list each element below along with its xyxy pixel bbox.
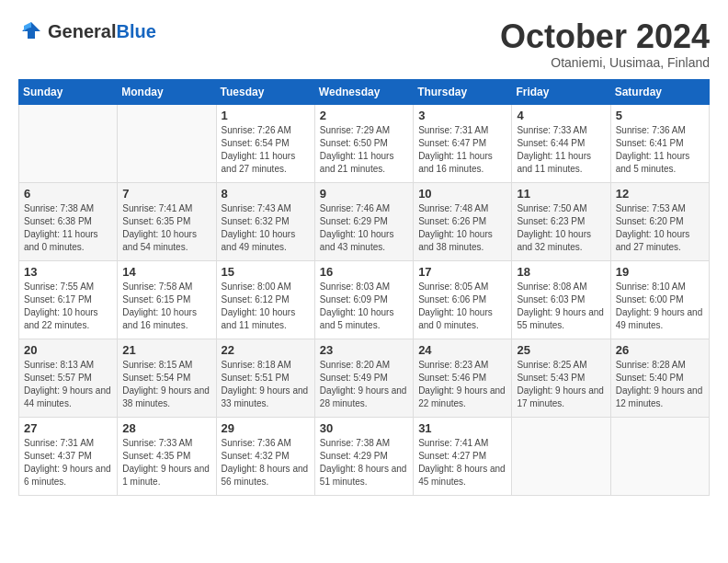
day-info: Sunrise: 7:36 AMSunset: 6:41 PMDaylight:… [616,124,704,176]
header-wednesday: Wednesday [314,79,413,104]
day-number: 16 [320,265,408,279]
day-info: Sunrise: 7:58 AMSunset: 6:15 PMDaylight:… [122,281,210,332]
day-info: Sunrise: 8:08 AMSunset: 6:03 PMDaylight:… [517,281,605,332]
table-row: 26Sunrise: 8:28 AMSunset: 5:40 PMDayligh… [610,339,709,417]
day-info: Sunrise: 7:43 AMSunset: 6:32 PMDaylight:… [222,202,310,254]
day-number: 23 [320,343,408,357]
table-row: 22Sunrise: 8:18 AMSunset: 5:51 PMDayligh… [216,339,314,417]
title-block: October 2024 Otaniemi, Uusimaa, Finland [500,18,710,70]
table-row [512,417,610,495]
day-info: Sunrise: 7:41 AMSunset: 4:27 PMDaylight:… [418,437,506,488]
day-number: 29 [222,421,310,435]
table-row: 17Sunrise: 8:05 AMSunset: 6:06 PMDayligh… [414,260,512,339]
day-info: Sunrise: 7:38 AMSunset: 6:38 PMDaylight:… [24,202,112,254]
day-info: Sunrise: 8:18 AMSunset: 5:51 PMDaylight:… [222,359,310,410]
day-info: Sunrise: 7:31 AMSunset: 4:37 PMDaylight:… [24,437,112,488]
table-row: 4Sunrise: 7:33 AMSunset: 6:44 PMDaylight… [512,104,610,182]
table-row: 12Sunrise: 7:53 AMSunset: 6:20 PMDayligh… [610,182,709,260]
table-row: 7Sunrise: 7:41 AMSunset: 6:35 PMDaylight… [118,182,216,260]
calendar-week-row: 27Sunrise: 7:31 AMSunset: 4:37 PMDayligh… [19,417,710,495]
table-row: 31Sunrise: 7:41 AMSunset: 4:27 PMDayligh… [414,417,512,495]
day-number: 13 [24,265,112,279]
day-info: Sunrise: 7:41 AMSunset: 6:35 PMDaylight:… [122,202,210,254]
table-row: 23Sunrise: 8:20 AMSunset: 5:49 PMDayligh… [314,339,413,417]
month-title: October 2024 [500,18,710,55]
day-info: Sunrise: 7:26 AMSunset: 6:54 PMDaylight:… [222,124,310,176]
table-row: 13Sunrise: 7:55 AMSunset: 6:17 PMDayligh… [19,260,118,339]
day-info: Sunrise: 8:05 AMSunset: 6:06 PMDaylight:… [418,281,506,332]
table-row [118,104,216,182]
table-row: 15Sunrise: 8:00 AMSunset: 6:12 PMDayligh… [216,260,314,339]
day-info: Sunrise: 7:38 AMSunset: 4:29 PMDaylight:… [320,437,408,488]
day-number: 19 [616,265,704,279]
table-row: 5Sunrise: 7:36 AMSunset: 6:41 PMDaylight… [610,104,709,182]
day-number: 15 [222,265,310,279]
calendar-header-row: Sunday Monday Tuesday Wednesday Thursday… [19,79,710,104]
table-row: 21Sunrise: 8:15 AMSunset: 5:54 PMDayligh… [118,339,216,417]
header-sunday: Sunday [19,79,118,104]
calendar-week-row: 1Sunrise: 7:26 AMSunset: 6:54 PMDaylight… [19,104,710,182]
day-info: Sunrise: 8:03 AMSunset: 6:09 PMDaylight:… [320,281,408,332]
table-row [610,417,709,495]
table-row: 16Sunrise: 8:03 AMSunset: 6:09 PMDayligh… [314,260,413,339]
day-number: 24 [418,343,506,357]
table-row: 18Sunrise: 8:08 AMSunset: 6:03 PMDayligh… [512,260,610,339]
table-row: 2Sunrise: 7:29 AMSunset: 6:50 PMDaylight… [314,104,413,182]
day-number: 3 [418,109,506,122]
header-tuesday: Tuesday [216,79,314,104]
table-row: 3Sunrise: 7:31 AMSunset: 6:47 PMDaylight… [414,104,512,182]
table-row [19,104,118,182]
day-info: Sunrise: 7:48 AMSunset: 6:26 PMDaylight:… [418,202,506,254]
day-info: Sunrise: 8:28 AMSunset: 5:40 PMDaylight:… [616,359,704,410]
day-number: 4 [517,109,605,122]
table-row: 27Sunrise: 7:31 AMSunset: 4:37 PMDayligh… [19,417,118,495]
day-number: 31 [418,421,506,435]
calendar-week-row: 6Sunrise: 7:38 AMSunset: 6:38 PMDaylight… [19,182,710,260]
day-info: Sunrise: 8:00 AMSunset: 6:12 PMDaylight:… [222,281,310,332]
day-number: 21 [122,343,210,357]
day-number: 25 [517,343,605,357]
day-info: Sunrise: 7:55 AMSunset: 6:17 PMDaylight:… [24,281,112,332]
day-number: 8 [222,187,310,201]
table-row: 1Sunrise: 7:26 AMSunset: 6:54 PMDaylight… [216,104,314,182]
table-row: 20Sunrise: 8:13 AMSunset: 5:57 PMDayligh… [19,339,118,417]
day-info: Sunrise: 8:23 AMSunset: 5:46 PMDaylight:… [418,359,506,410]
location-subtitle: Otaniemi, Uusimaa, Finland [500,55,710,70]
day-number: 12 [616,187,704,201]
table-row: 8Sunrise: 7:43 AMSunset: 6:32 PMDaylight… [216,182,314,260]
day-number: 26 [616,343,704,357]
page-header: GeneralBlue October 2024 Otaniemi, Uusim… [18,18,710,70]
day-info: Sunrise: 7:33 AMSunset: 4:35 PMDaylight:… [122,437,210,488]
table-row: 11Sunrise: 7:50 AMSunset: 6:23 PMDayligh… [512,182,610,260]
day-info: Sunrise: 7:46 AMSunset: 6:29 PMDaylight:… [320,202,408,254]
day-number: 28 [122,421,210,435]
table-row: 29Sunrise: 7:36 AMSunset: 4:32 PMDayligh… [216,417,314,495]
calendar-week-row: 13Sunrise: 7:55 AMSunset: 6:17 PMDayligh… [19,260,710,339]
day-number: 2 [320,109,408,122]
day-number: 27 [24,421,112,435]
header-monday: Monday [118,79,216,104]
day-number: 1 [222,109,310,122]
header-saturday: Saturday [610,79,709,104]
table-row: 24Sunrise: 8:23 AMSunset: 5:46 PMDayligh… [414,339,512,417]
day-info: Sunrise: 7:36 AMSunset: 4:32 PMDaylight:… [222,437,310,488]
table-row: 10Sunrise: 7:48 AMSunset: 6:26 PMDayligh… [414,182,512,260]
day-number: 17 [418,265,506,279]
day-info: Sunrise: 7:53 AMSunset: 6:20 PMDaylight:… [616,202,704,254]
table-row: 30Sunrise: 7:38 AMSunset: 4:29 PMDayligh… [314,417,413,495]
day-number: 11 [517,187,605,201]
day-info: Sunrise: 8:15 AMSunset: 5:54 PMDaylight:… [122,359,210,410]
day-number: 7 [122,187,210,201]
table-row: 14Sunrise: 7:58 AMSunset: 6:15 PMDayligh… [118,260,216,339]
day-info: Sunrise: 8:13 AMSunset: 5:57 PMDaylight:… [24,359,112,410]
day-info: Sunrise: 7:31 AMSunset: 6:47 PMDaylight:… [418,124,506,176]
day-info: Sunrise: 7:33 AMSunset: 6:44 PMDaylight:… [517,124,605,176]
header-thursday: Thursday [414,79,512,104]
table-row: 19Sunrise: 8:10 AMSunset: 6:00 PMDayligh… [610,260,709,339]
day-number: 18 [517,265,605,279]
table-row: 25Sunrise: 8:25 AMSunset: 5:43 PMDayligh… [512,339,610,417]
day-number: 10 [418,187,506,201]
logo: GeneralBlue [18,18,156,44]
day-number: 14 [122,265,210,279]
day-number: 5 [616,109,704,122]
